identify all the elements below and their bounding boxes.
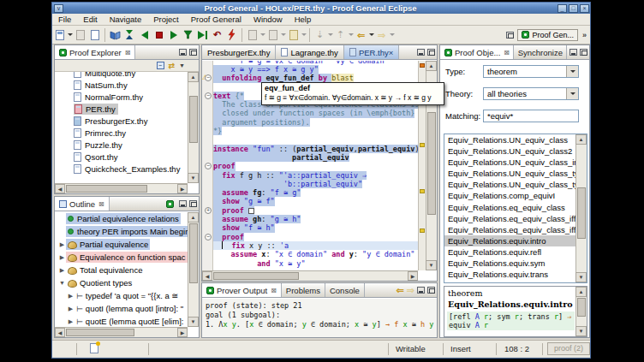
theorem-list-item[interactable]: Equiv_Relations.UN_equiv_class_inject bbox=[444, 157, 587, 168]
retract-button[interactable]: ↶ bbox=[211, 28, 224, 42]
outline-item[interactable]: ▼Quotient types bbox=[55, 276, 188, 289]
restart-button[interactable] bbox=[123, 28, 136, 42]
theory-dropdown-icon[interactable] bbox=[566, 88, 578, 99]
explorer-item-NatSum.thy[interactable]: NatSum.thy bbox=[55, 79, 188, 91]
previous-output-icon[interactable]: ⇐ bbox=[397, 286, 404, 294]
maximize-view-icon[interactable] bbox=[189, 49, 197, 56]
new-wizard-button[interactable] bbox=[53, 28, 66, 42]
minimize-view-icon[interactable] bbox=[569, 49, 577, 56]
theorem-list-item[interactable]: Equiv_Relations.eq_equiv_class_iff bbox=[444, 213, 587, 224]
explorer-hscrollbar[interactable]: ◀ ▶ bbox=[55, 183, 188, 193]
menu-navigate[interactable]: Navigate bbox=[104, 14, 148, 26]
matching-input[interactable]: *equiv* bbox=[483, 110, 579, 122]
minimize-view-icon[interactable] bbox=[417, 49, 425, 56]
close-tab-icon[interactable]: ⊠ bbox=[125, 49, 131, 56]
theorem-list-item[interactable]: Equiv_Relations.UN_equiv_class bbox=[444, 134, 587, 145]
code-line[interactable]: partial_equiv bbox=[213, 153, 418, 162]
disabled-action-button-2[interactable] bbox=[266, 28, 279, 42]
outline-item[interactable]: Partial equivalence relations bbox=[55, 212, 188, 225]
menu-proof-general[interactable]: Proof General bbox=[185, 14, 247, 26]
undo-step-button[interactable] bbox=[138, 28, 151, 42]
expand-arrow-icon[interactable]: ▶ bbox=[58, 254, 66, 261]
code-line[interactable]: instance "fun" :: (partial_equiv,partial… bbox=[213, 145, 418, 153]
close-tab-icon[interactable]: ⊠ bbox=[98, 200, 104, 208]
outline-item[interactable]: ▶Partial equivalence bbox=[55, 238, 188, 251]
fold-collapse-icon[interactable]: − bbox=[205, 92, 212, 99]
theorem-list-scrollbar[interactable]: ▲ ▼ bbox=[575, 134, 587, 282]
theorem-list-item[interactable]: Equiv_Relations.eq_equiv_class bbox=[444, 202, 587, 213]
explorer-item-PER.thy[interactable]: PER.thy bbox=[55, 103, 188, 115]
theorem-list-item[interactable]: Equiv_Relations.UN_equiv_class_type bbox=[444, 168, 587, 179]
minimize-view-icon[interactable] bbox=[417, 287, 425, 294]
code-line[interactable]: assume x: "x ∈ domain" and y: "y ∈ domai… bbox=[213, 250, 418, 258]
fold-collapse-icon[interactable]: − bbox=[205, 234, 212, 240]
code-line[interactable]: f ≅ g ≡ ∀x ∈ domain ∀y ∈ domain bbox=[213, 61, 418, 65]
detail-scrollbar[interactable]: ▲ ▼ bbox=[575, 287, 587, 336]
theorem-list-item[interactable]: Equiv_Relations.comp_equivI bbox=[444, 190, 587, 201]
tab-outline[interactable]: Outline ⊠ bbox=[55, 197, 110, 211]
menu-project[interactable]: Project bbox=[147, 14, 185, 26]
theorem-list-item[interactable]: Equiv_Relations.equiv.refl bbox=[444, 246, 587, 258]
tab-problems[interactable]: Problems bbox=[282, 283, 325, 297]
fast-view-icon[interactable] bbox=[90, 343, 98, 353]
perspective-overflow-chevron[interactable]: » bbox=[582, 31, 587, 39]
expand-arrow-icon[interactable]: ▶ bbox=[67, 318, 75, 325]
new-dropdown-icon[interactable] bbox=[68, 33, 73, 36]
maximize-view-icon[interactable] bbox=[189, 200, 197, 207]
code-line[interactable]: proof bbox=[213, 206, 418, 215]
tab-synchronize[interactable]: Synchronize bbox=[514, 45, 567, 59]
tab-proof-explorer[interactable]: Proof Explorer ⊠ bbox=[55, 45, 135, 59]
code-line[interactable] bbox=[213, 135, 418, 144]
proof-status-button[interactable]: proof (2) bbox=[547, 342, 590, 355]
outline-toolbar-icon[interactable] bbox=[166, 200, 174, 208]
view-menu-icon[interactable]: ▼ bbox=[179, 62, 185, 68]
explorer-item-NormalForm.thy[interactable]: NormalForm.thy bbox=[55, 91, 188, 103]
goto-button[interactable] bbox=[182, 28, 194, 42]
type-dropdown-icon[interactable] bbox=[566, 66, 578, 77]
next-step-button[interactable] bbox=[167, 28, 180, 42]
close-tab-icon[interactable]: ⊠ bbox=[271, 287, 277, 294]
interrupt-button[interactable] bbox=[225, 28, 238, 42]
maximize-view-icon[interactable] bbox=[580, 49, 587, 56]
next-output-icon[interactable]: ⇒ bbox=[407, 286, 414, 294]
menu-help[interactable]: Help bbox=[289, 14, 318, 26]
forward-button[interactable]: ⇒ bbox=[375, 28, 388, 42]
close-tab-icon[interactable]: × bbox=[389, 48, 394, 57]
theorem-list-item[interactable]: Equiv_Relations.equiv.intro bbox=[444, 235, 587, 246]
code-line[interactable]: argument positions). bbox=[213, 118, 418, 127]
code-line[interactable]: x ≅ y ==> f x ≅ g y" bbox=[213, 65, 418, 74]
editor-tab-PresburgerEx.thy[interactable]: PresburgerEx.thy bbox=[202, 45, 276, 59]
expand-arrow-icon[interactable]: ▶ bbox=[58, 267, 66, 274]
code-line[interactable]: fix x y :: 'a bbox=[213, 241, 418, 250]
maximize-button[interactable]: □ bbox=[569, 4, 578, 13]
tab-prover-output[interactable]: Prover Output⊠ bbox=[202, 283, 282, 297]
theory-combo[interactable]: all theories bbox=[483, 87, 579, 100]
fold-collapse-icon[interactable]: − bbox=[205, 163, 212, 169]
run-to-end-button[interactable] bbox=[196, 28, 209, 42]
code-line[interactable]: assume fg: "f ≅ g" bbox=[213, 188, 418, 197]
explorer-vscrollbar[interactable]: ▲ ▼ bbox=[188, 72, 199, 183]
menu-file[interactable]: File bbox=[52, 14, 77, 26]
code-line[interactable]: 'b::partial_equiv" bbox=[213, 180, 418, 188]
outline-item[interactable]: ▶Total equivalence bbox=[55, 264, 188, 276]
code-line[interactable]: fix f g h :: "'a::partial_equiv ⇒ bbox=[213, 171, 418, 180]
code-line[interactable]: show "f ≅ h" bbox=[213, 223, 418, 232]
disabled-action-button-1[interactable] bbox=[246, 28, 259, 42]
outline-vscrollbar[interactable]: ▲ ▼ bbox=[188, 212, 199, 327]
maximize-view-icon[interactable] bbox=[427, 287, 435, 294]
explorer-item-Qsort.thy[interactable]: Qsort.thy bbox=[55, 151, 188, 163]
link-with-editor-icon[interactable]: ⇄ bbox=[169, 62, 176, 70]
theorem-list-item[interactable]: Equiv_Relations.equiv.sym bbox=[444, 258, 587, 269]
outline-item[interactable]: ▶Equivalence on function spac bbox=[55, 251, 188, 264]
editor-tab-PER.thy[interactable]: PER.thy× bbox=[344, 45, 399, 59]
code-line[interactable]: closed under function spaces (in \emph{b… bbox=[213, 109, 418, 117]
next-annotation-button[interactable]: ⇣ bbox=[313, 28, 326, 42]
code-line[interactable]: assume gh: "g ≅ h" bbox=[213, 215, 418, 223]
expand-arrow-icon[interactable]: ▼ bbox=[58, 280, 66, 286]
theorem-list-item[interactable]: Equiv_Relations.UN_equiv_class2 bbox=[444, 145, 587, 157]
code-line[interactable]: proof bbox=[213, 162, 418, 170]
code-line[interactable]: show "g ≅ f" bbox=[213, 197, 418, 205]
editor-tab-Lagrange.thy[interactable]: Lagrange.thy bbox=[276, 45, 343, 59]
tab-console[interactable]: Console bbox=[325, 283, 365, 297]
proof-general-perspective-button[interactable]: Proof Gen... bbox=[517, 29, 578, 41]
